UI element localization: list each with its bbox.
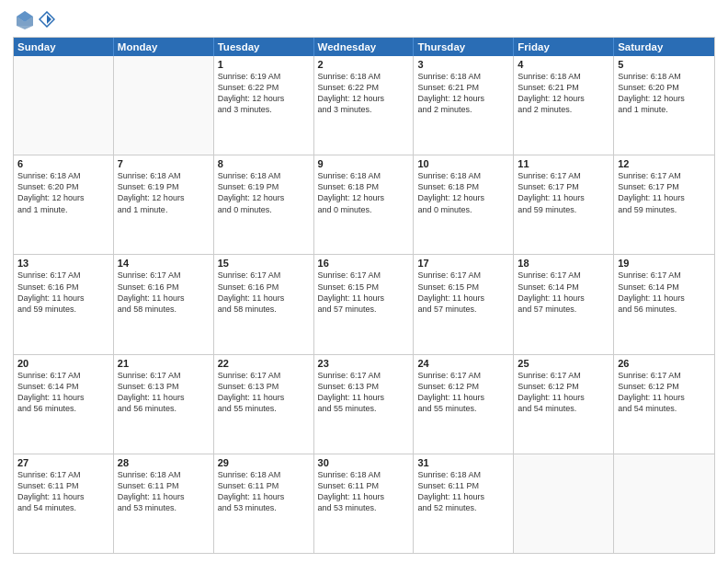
day-info: Sunrise: 6:19 AM Sunset: 6:22 PM Dayligh… (218, 71, 310, 116)
calendar: SundayMondayTuesdayWednesdayThursdayFrid… (13, 37, 715, 554)
day-cell-10: 10Sunrise: 6:18 AM Sunset: 6:18 PM Dayli… (414, 155, 514, 254)
week-row-2: 6Sunrise: 6:18 AM Sunset: 6:20 PM Daylig… (14, 155, 714, 254)
day-number: 10 (417, 158, 509, 169)
day-number: 8 (218, 158, 310, 169)
day-number: 22 (218, 358, 310, 369)
day-number: 7 (118, 158, 210, 169)
day-info: Sunrise: 6:17 AM Sunset: 6:14 PM Dayligh… (618, 270, 711, 315)
day-info: Sunrise: 6:18 AM Sunset: 6:18 PM Dayligh… (318, 170, 410, 215)
day-info: Sunrise: 6:17 AM Sunset: 6:11 PM Dayligh… (17, 469, 109, 514)
day-cell-22: 22Sunrise: 6:17 AM Sunset: 6:13 PM Dayli… (214, 355, 314, 454)
week-row-3: 13Sunrise: 6:17 AM Sunset: 6:16 PM Dayli… (14, 254, 714, 353)
day-cell-15: 15Sunrise: 6:17 AM Sunset: 6:16 PM Dayli… (214, 255, 314, 353)
day-cell-5: 5Sunrise: 6:18 AM Sunset: 6:20 PM Daylig… (614, 56, 714, 155)
day-info: Sunrise: 6:17 AM Sunset: 6:17 PM Dayligh… (518, 170, 609, 215)
day-cell-11: 11Sunrise: 6:17 AM Sunset: 6:17 PM Dayli… (514, 155, 614, 254)
day-number: 28 (118, 457, 210, 468)
logo (13, 9, 55, 29)
day-info: Sunrise: 6:17 AM Sunset: 6:12 PM Dayligh… (618, 370, 711, 415)
day-number: 30 (318, 457, 410, 468)
day-info: Sunrise: 6:18 AM Sunset: 6:18 PM Dayligh… (417, 170, 509, 215)
day-cell-27: 27Sunrise: 6:17 AM Sunset: 6:11 PM Dayli… (14, 454, 114, 553)
week-row-4: 20Sunrise: 6:17 AM Sunset: 6:14 PM Dayli… (14, 354, 714, 454)
empty-cell (614, 454, 714, 553)
day-number: 23 (318, 358, 410, 369)
day-cell-31: 31Sunrise: 6:18 AM Sunset: 6:11 PM Dayli… (414, 454, 514, 553)
day-cell-4: 4Sunrise: 6:18 AM Sunset: 6:21 PM Daylig… (514, 56, 614, 155)
day-cell-3: 3Sunrise: 6:18 AM Sunset: 6:21 PM Daylig… (414, 56, 514, 155)
day-cell-21: 21Sunrise: 6:17 AM Sunset: 6:13 PM Dayli… (114, 355, 214, 454)
day-number: 6 (17, 158, 109, 169)
empty-cell (14, 56, 114, 155)
day-number: 17 (417, 258, 509, 269)
day-cell-6: 6Sunrise: 6:18 AM Sunset: 6:20 PM Daylig… (14, 155, 114, 254)
day-info: Sunrise: 6:18 AM Sunset: 6:11 PM Dayligh… (318, 469, 410, 514)
day-cell-7: 7Sunrise: 6:18 AM Sunset: 6:19 PM Daylig… (114, 155, 214, 254)
day-info: Sunrise: 6:17 AM Sunset: 6:13 PM Dayligh… (318, 370, 410, 415)
header-day-friday: Friday (514, 38, 614, 56)
day-cell-17: 17Sunrise: 6:17 AM Sunset: 6:15 PM Dayli… (414, 255, 514, 353)
header-day-saturday: Saturday (614, 38, 714, 56)
day-number: 31 (417, 457, 509, 468)
day-info: Sunrise: 6:17 AM Sunset: 6:16 PM Dayligh… (218, 270, 310, 315)
day-cell-16: 16Sunrise: 6:17 AM Sunset: 6:15 PM Dayli… (314, 255, 415, 353)
day-info: Sunrise: 6:18 AM Sunset: 6:19 PM Dayligh… (218, 170, 310, 215)
day-cell-2: 2Sunrise: 6:18 AM Sunset: 6:22 PM Daylig… (314, 56, 415, 155)
day-number: 18 (518, 258, 609, 269)
day-cell-30: 30Sunrise: 6:18 AM Sunset: 6:11 PM Dayli… (314, 454, 415, 553)
day-cell-24: 24Sunrise: 6:17 AM Sunset: 6:12 PM Dayli… (414, 355, 514, 454)
day-number: 5 (618, 59, 711, 70)
header-day-thursday: Thursday (414, 38, 514, 56)
day-info: Sunrise: 6:18 AM Sunset: 6:11 PM Dayligh… (218, 469, 310, 514)
day-number: 15 (218, 258, 310, 269)
day-number: 11 (518, 158, 609, 169)
day-number: 14 (118, 258, 210, 269)
day-number: 24 (417, 358, 509, 369)
header-day-monday: Monday (114, 38, 214, 56)
day-cell-8: 8Sunrise: 6:18 AM Sunset: 6:19 PM Daylig… (214, 155, 314, 254)
day-info: Sunrise: 6:18 AM Sunset: 6:11 PM Dayligh… (417, 469, 509, 514)
day-number: 21 (118, 358, 210, 369)
header (13, 9, 715, 29)
empty-cell (114, 56, 214, 155)
day-number: 3 (417, 59, 509, 70)
day-info: Sunrise: 6:17 AM Sunset: 6:15 PM Dayligh… (417, 270, 509, 315)
logo-text (37, 11, 55, 28)
day-number: 12 (618, 158, 711, 169)
day-number: 1 (218, 59, 310, 70)
day-cell-13: 13Sunrise: 6:17 AM Sunset: 6:16 PM Dayli… (14, 255, 114, 353)
logo-triangle-icon (39, 11, 55, 28)
day-info: Sunrise: 6:18 AM Sunset: 6:21 PM Dayligh… (417, 71, 509, 116)
day-cell-19: 19Sunrise: 6:17 AM Sunset: 6:14 PM Dayli… (614, 255, 714, 353)
day-info: Sunrise: 6:18 AM Sunset: 6:22 PM Dayligh… (318, 71, 410, 116)
day-info: Sunrise: 6:17 AM Sunset: 6:15 PM Dayligh… (318, 270, 410, 315)
day-info: Sunrise: 6:17 AM Sunset: 6:13 PM Dayligh… (218, 370, 310, 415)
day-cell-20: 20Sunrise: 6:17 AM Sunset: 6:14 PM Dayli… (14, 355, 114, 454)
logo-icon (15, 9, 35, 29)
day-number: 26 (618, 358, 711, 369)
day-cell-9: 9Sunrise: 6:18 AM Sunset: 6:18 PM Daylig… (314, 155, 415, 254)
day-cell-25: 25Sunrise: 6:17 AM Sunset: 6:12 PM Dayli… (514, 355, 614, 454)
header-day-sunday: Sunday (14, 38, 114, 56)
day-number: 27 (17, 457, 109, 468)
day-number: 13 (17, 258, 109, 269)
day-number: 16 (318, 258, 410, 269)
header-day-wednesday: Wednesday (314, 38, 415, 56)
day-cell-26: 26Sunrise: 6:17 AM Sunset: 6:12 PM Dayli… (614, 355, 714, 454)
header-day-tuesday: Tuesday (214, 38, 314, 56)
day-info: Sunrise: 6:17 AM Sunset: 6:16 PM Dayligh… (118, 270, 210, 315)
day-number: 4 (518, 59, 609, 70)
day-info: Sunrise: 6:17 AM Sunset: 6:14 PM Dayligh… (17, 370, 109, 415)
day-info: Sunrise: 6:17 AM Sunset: 6:13 PM Dayligh… (118, 370, 210, 415)
calendar-body: 1Sunrise: 6:19 AM Sunset: 6:22 PM Daylig… (14, 56, 714, 553)
day-cell-23: 23Sunrise: 6:17 AM Sunset: 6:13 PM Dayli… (314, 355, 415, 454)
day-number: 25 (518, 358, 609, 369)
day-number: 2 (318, 59, 410, 70)
day-cell-28: 28Sunrise: 6:18 AM Sunset: 6:11 PM Dayli… (114, 454, 214, 553)
day-info: Sunrise: 6:17 AM Sunset: 6:14 PM Dayligh… (518, 270, 609, 315)
day-number: 20 (17, 358, 109, 369)
day-info: Sunrise: 6:17 AM Sunset: 6:16 PM Dayligh… (17, 270, 109, 315)
day-info: Sunrise: 6:18 AM Sunset: 6:20 PM Dayligh… (618, 71, 711, 116)
day-info: Sunrise: 6:18 AM Sunset: 6:11 PM Dayligh… (118, 469, 210, 514)
day-info: Sunrise: 6:17 AM Sunset: 6:17 PM Dayligh… (618, 170, 711, 215)
